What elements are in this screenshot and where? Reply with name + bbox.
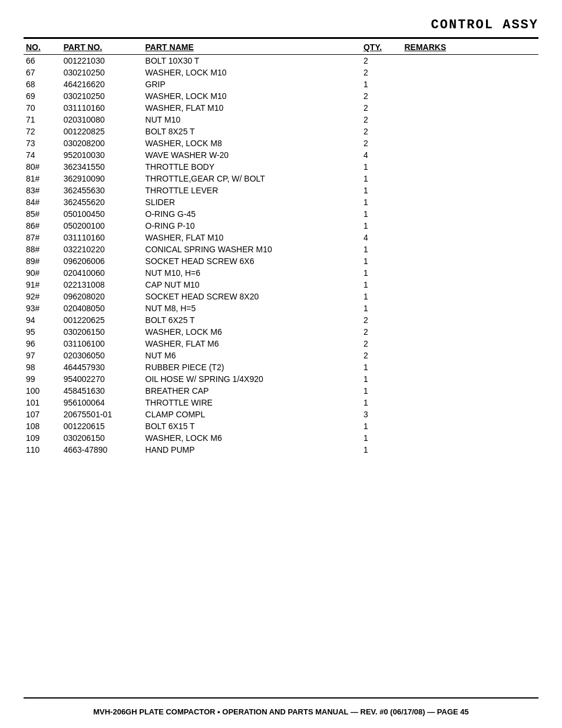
cell-qty: 1 <box>361 173 402 185</box>
cell-no: 90# <box>24 267 61 279</box>
table-row: 100458451630BREATHER CAP1 <box>24 385 538 397</box>
cell-part-no: 464457930 <box>61 361 143 373</box>
cell-remarks <box>402 373 538 385</box>
cell-part-name: HAND PUMP <box>143 444 361 456</box>
cell-part-name: CAP NUT M10 <box>143 279 361 291</box>
cell-part-name: THROTTLE WIRE <box>143 397 361 409</box>
header-remarks: REMARKS <box>402 39 538 55</box>
cell-part-name: NUT M8, H=5 <box>143 302 361 314</box>
cell-qty: 1 <box>361 420 402 432</box>
cell-qty: 1 <box>361 361 402 373</box>
cell-qty: 1 <box>361 302 402 314</box>
cell-remarks <box>402 67 538 78</box>
cell-remarks <box>402 55 538 67</box>
cell-qty: 1 <box>361 220 402 232</box>
parts-table: NO. PART NO. PART NAME QTY. REMARKS 6600… <box>24 39 538 456</box>
cell-part-no: 022131008 <box>61 279 143 291</box>
cell-part-no: 362910090 <box>61 173 143 185</box>
cell-no: 85# <box>24 208 61 220</box>
cell-part-no: 020408050 <box>61 302 143 314</box>
cell-remarks <box>402 291 538 302</box>
cell-part-name: BOLT 8X25 T <box>143 126 361 137</box>
cell-no: 91# <box>24 279 61 291</box>
table-header-row: NO. PART NO. PART NAME QTY. REMARKS <box>24 39 538 55</box>
cell-part-name: WAVE WASHER W-20 <box>143 149 361 161</box>
cell-part-no: 096206006 <box>61 255 143 267</box>
cell-remarks <box>402 267 538 279</box>
cell-no: 96 <box>24 338 61 350</box>
cell-no: 88# <box>24 243 61 255</box>
table-row: 96031106100WASHER, FLAT M62 <box>24 338 538 350</box>
table-row: 109030206150WASHER, LOCK M61 <box>24 432 538 444</box>
cell-remarks <box>402 90 538 102</box>
cell-no: 92# <box>24 291 61 302</box>
cell-part-no: 458451630 <box>61 385 143 397</box>
table-row: 85#050100450O-RING G-451 <box>24 208 538 220</box>
cell-qty: 1 <box>361 444 402 456</box>
table-row: 108001220615BOLT 6X15 T1 <box>24 420 538 432</box>
cell-qty: 1 <box>361 161 402 173</box>
cell-part-no: 362455630 <box>61 185 143 196</box>
table-row: 97020306050NUT M62 <box>24 350 538 361</box>
table-row: 72001220825BOLT 8X25 T2 <box>24 126 538 137</box>
cell-part-name: O-RING P-10 <box>143 220 361 232</box>
cell-remarks <box>402 243 538 255</box>
cell-part-no: 020310080 <box>61 114 143 126</box>
cell-part-no: 952010030 <box>61 149 143 161</box>
table-row: 73030208200WASHER, LOCK M82 <box>24 137 538 149</box>
cell-remarks <box>402 102 538 114</box>
cell-part-name: NUT M10, H=6 <box>143 267 361 279</box>
cell-part-no: 031106100 <box>61 338 143 350</box>
cell-no: 101 <box>24 397 61 409</box>
cell-remarks <box>402 338 538 350</box>
cell-remarks <box>402 385 538 397</box>
cell-part-no: 001221030 <box>61 55 143 67</box>
cell-part-no: 030210250 <box>61 90 143 102</box>
cell-part-no: 050200100 <box>61 220 143 232</box>
cell-part-name: BOLT 6X15 T <box>143 420 361 432</box>
table-row: 74952010030WAVE WASHER W-204 <box>24 149 538 161</box>
cell-no: 80# <box>24 161 61 173</box>
cell-qty: 2 <box>361 114 402 126</box>
cell-part-no: 096208020 <box>61 291 143 302</box>
table-row: 91#022131008CAP NUT M101 <box>24 279 538 291</box>
cell-remarks <box>402 432 538 444</box>
cell-remarks <box>402 279 538 291</box>
cell-part-no: 030206150 <box>61 326 143 338</box>
table-row: 89#096206006SOCKET HEAD SCREW 6X61 <box>24 255 538 267</box>
table-row: 1104663-47890HAND PUMP1 <box>24 444 538 456</box>
cell-part-no: 050100450 <box>61 208 143 220</box>
cell-remarks <box>402 161 538 173</box>
cell-part-name: WASHER, FLAT M10 <box>143 102 361 114</box>
page-title: CONTROL ASSY <box>24 18 538 32</box>
cell-remarks <box>402 397 538 409</box>
cell-remarks <box>402 420 538 432</box>
cell-part-name: WASHER, LOCK M6 <box>143 326 361 338</box>
cell-qty: 2 <box>361 67 402 78</box>
cell-part-no: 954002270 <box>61 373 143 385</box>
cell-qty: 1 <box>361 432 402 444</box>
header-part-no: PART NO. <box>61 39 143 55</box>
cell-part-name: SOCKET HEAD SCREW 8X20 <box>143 291 361 302</box>
cell-remarks <box>402 444 538 456</box>
cell-no: 74 <box>24 149 61 161</box>
cell-qty: 1 <box>361 267 402 279</box>
cell-no: 67 <box>24 67 61 78</box>
table-row: 95030206150WASHER, LOCK M62 <box>24 326 538 338</box>
cell-remarks <box>402 314 538 326</box>
cell-part-no: 030210250 <box>61 67 143 78</box>
cell-part-no: 031110160 <box>61 232 143 243</box>
cell-no: 68 <box>24 78 61 90</box>
cell-qty: 4 <box>361 149 402 161</box>
cell-qty: 3 <box>361 409 402 420</box>
cell-no: 89# <box>24 255 61 267</box>
cell-qty: 2 <box>361 102 402 114</box>
cell-part-name: THROTTLE LEVER <box>143 185 361 196</box>
cell-remarks <box>402 126 538 137</box>
cell-part-name: BOLT 6X25 T <box>143 314 361 326</box>
cell-remarks <box>402 137 538 149</box>
table-row: 84#362455620SLIDER1 <box>24 196 538 208</box>
cell-qty: 4 <box>361 232 402 243</box>
cell-part-name: CLAMP COMPL <box>143 409 361 420</box>
cell-qty: 2 <box>361 338 402 350</box>
